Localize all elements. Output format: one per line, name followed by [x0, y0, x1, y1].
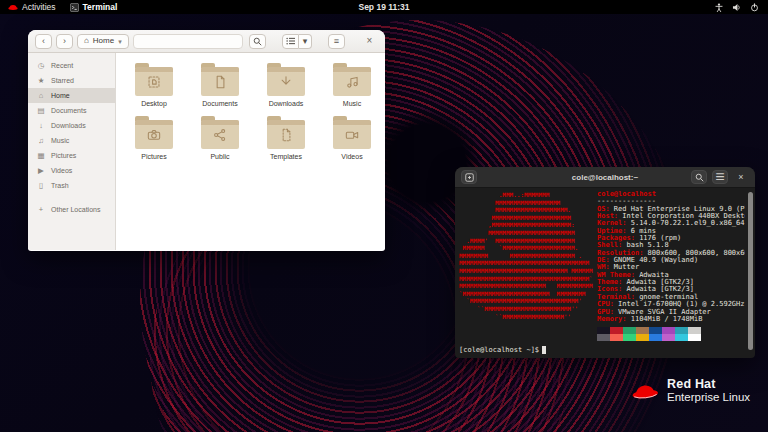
palette-swatch — [662, 327, 675, 334]
sidebar-item-label: Home — [51, 92, 70, 99]
search-icon — [695, 173, 704, 182]
sidebar-item-label: Downloads — [51, 122, 86, 129]
music-icon: ♫ — [37, 136, 45, 145]
clock[interactable]: Sep 19 11:31 — [0, 2, 768, 12]
folder-grid: DesktopDocumentsDownloadsMusicPicturesPu… — [121, 60, 385, 166]
folder-label: Desktop — [141, 100, 167, 107]
palette-swatch — [649, 334, 662, 341]
folder-pictures[interactable]: Pictures — [121, 113, 187, 166]
terminal-search-button[interactable] — [691, 170, 707, 184]
terminal-cursor — [542, 346, 546, 354]
downloads-icon: ↓ — [37, 121, 45, 130]
close-icon: × — [738, 172, 743, 182]
sidebar-item-pictures[interactable]: ▦Pictures — [28, 148, 115, 163]
folder-icon — [135, 120, 173, 149]
folder-downloads[interactable]: Downloads — [253, 60, 319, 113]
share-emblem-icon — [212, 127, 229, 144]
pictures-icon: ▦ — [37, 151, 45, 160]
palette-swatch — [662, 334, 675, 341]
neofetch-info-line: Memory: 1104MiB / 1748MiB — [597, 316, 745, 323]
sidebar-item-label: Music — [51, 137, 69, 144]
documents-icon: ▤ — [37, 106, 45, 115]
videos-icon: ▶ — [37, 166, 45, 175]
top-bar: Activities Terminal Sep 19 11:31 — [0, 0, 768, 14]
sidebar-item-label: Other Locations — [51, 206, 100, 213]
palette-swatch — [649, 327, 662, 334]
desktop-emblem-icon — [146, 74, 163, 91]
sidebar-item-videos[interactable]: ▶Videos — [28, 163, 115, 178]
new-tab-button[interactable] — [461, 170, 477, 184]
video-emblem-icon — [344, 127, 361, 144]
folder-icon — [333, 67, 371, 96]
view-toggle-button[interactable] — [282, 34, 299, 49]
sidebar-item-trash[interactable]: ▯Trash — [28, 178, 115, 193]
sidebar-item-documents[interactable]: ▤Documents — [28, 103, 115, 118]
folder-templates[interactable]: Templates — [253, 113, 319, 166]
sidebar-item-recent[interactable]: ◷Recent — [28, 58, 115, 73]
music-emblem-icon — [344, 74, 361, 91]
folder-documents[interactable]: Documents — [187, 60, 253, 113]
folder-icon — [267, 120, 305, 149]
location-label: Home — [93, 37, 114, 45]
path-bar-strip[interactable] — [133, 34, 243, 49]
sidebar-item-music[interactable]: ♫Music — [28, 133, 115, 148]
folder-icon — [135, 67, 173, 96]
recent-icon: ◷ — [37, 61, 45, 70]
terminal-scrollbar[interactable] — [748, 192, 753, 350]
folder-icon — [201, 67, 239, 96]
hamburger-icon: ≡ — [334, 37, 339, 46]
folder-desktop[interactable]: Desktop — [121, 60, 187, 113]
sidebar-item-label: Recent — [51, 62, 73, 69]
palette-swatch — [636, 327, 649, 334]
forward-button[interactable]: › — [56, 34, 73, 49]
back-icon: ‹ — [42, 37, 45, 46]
accessibility-icon[interactable] — [715, 3, 723, 12]
files-header-bar: ‹ › ⌂ Home ▾ ▾ ≡ — [28, 30, 385, 53]
back-button[interactable]: ‹ — [35, 34, 52, 49]
menu-button[interactable]: ≡ — [328, 34, 345, 49]
sidebar-item-label: Starred — [51, 77, 74, 84]
view-options-dropdown[interactable]: ▾ — [299, 34, 312, 49]
search-button[interactable] — [249, 34, 266, 49]
starred-icon: ★ — [37, 76, 45, 85]
volume-icon[interactable] — [732, 3, 741, 12]
terminal-body[interactable]: .MMM..:MMMMMMM MMMMMMMMMMMMMMMMMM MMMMMM… — [455, 188, 755, 357]
sidebar-item-label: Videos — [51, 167, 72, 174]
folder-label: Downloads — [269, 100, 304, 107]
power-icon[interactable] — [750, 3, 759, 12]
terminal-window: cole@localhost:~ ≡ × .MMM..:MMMMMMM MMMM… — [455, 167, 755, 358]
sidebar-item-other-locations[interactable]: +Other Locations — [28, 202, 115, 217]
palette-swatch — [623, 334, 636, 341]
palette-swatch — [675, 334, 688, 341]
sidebar-item-starred[interactable]: ★Starred — [28, 73, 115, 88]
files-content-area: DesktopDocumentsDownloadsMusicPicturesPu… — [116, 53, 385, 250]
terminal-close-button[interactable]: × — [733, 170, 749, 184]
terminal-color-palette — [597, 327, 745, 341]
files-close-button[interactable]: × — [361, 34, 378, 49]
download-emblem-icon — [278, 74, 295, 91]
palette-swatch — [688, 334, 701, 341]
hamburger-icon: ≡ — [715, 168, 724, 186]
shell-prompt: [cole@localhost ~]$ — [459, 346, 539, 354]
palette-swatch — [675, 327, 688, 334]
sidebar-item-home[interactable]: ⌂Home — [28, 88, 115, 103]
terminal-menu-button[interactable]: ≡ — [712, 170, 728, 184]
sidebar-item-downloads[interactable]: ↓Downloads — [28, 118, 115, 133]
trash-icon: ▯ — [37, 181, 45, 190]
palette-swatch — [688, 327, 701, 334]
location-breadcrumb[interactable]: ⌂ Home ▾ — [77, 34, 129, 49]
palette-swatch — [597, 327, 610, 334]
folder-icon — [267, 67, 305, 96]
folder-videos[interactable]: Videos — [319, 113, 385, 166]
other-locations-icon: + — [37, 205, 45, 214]
redhat-branding: Red Hat Enterprise Linux — [630, 378, 750, 404]
palette-swatch — [597, 334, 610, 341]
home-icon: ⌂ — [84, 37, 89, 45]
folder-music[interactable]: Music — [319, 60, 385, 113]
sidebar-item-label: Pictures — [51, 152, 76, 159]
folder-public[interactable]: Public — [187, 113, 253, 166]
sidebar-item-label: Documents — [51, 107, 86, 114]
palette-swatch — [636, 334, 649, 341]
search-icon — [253, 37, 262, 46]
chevron-down-icon: ▾ — [118, 38, 122, 45]
